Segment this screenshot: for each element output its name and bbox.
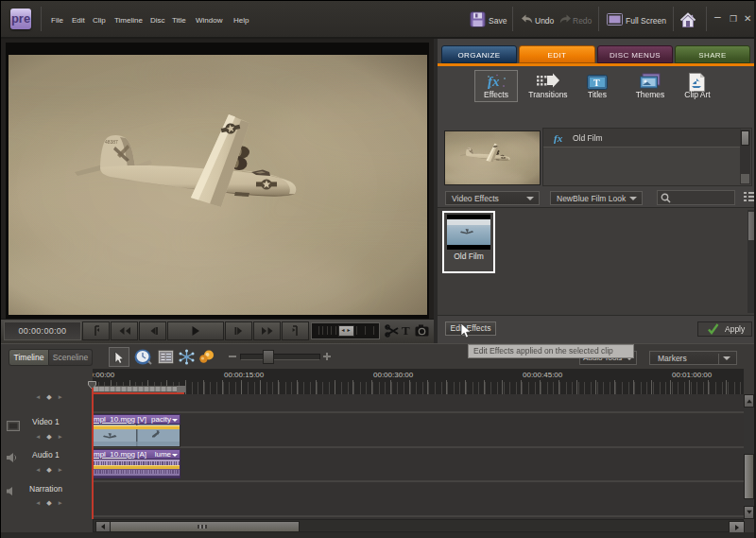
svg-text:fx: fx: [488, 74, 500, 89]
svg-text:fx: fx: [554, 132, 563, 144]
svg-text:T: T: [593, 78, 600, 88]
